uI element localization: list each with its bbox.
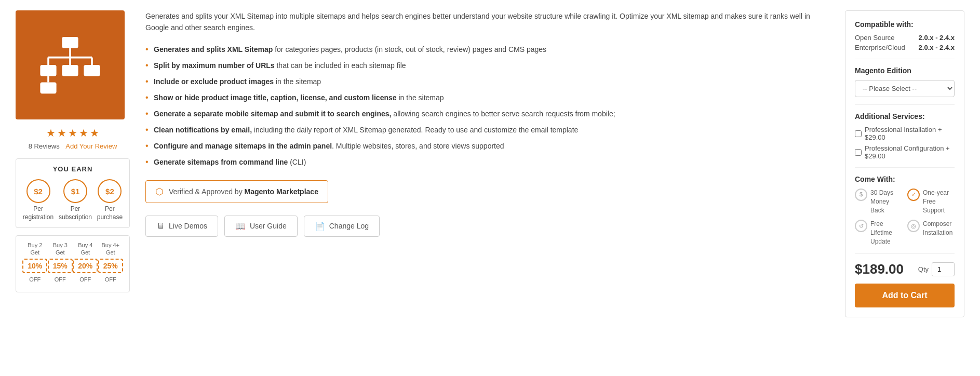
right-sidebar: Compatible with: Open Source 2.0.x - 2.4… bbox=[845, 10, 964, 317]
action-buttons: 🖥 Live Demos 📖 User Guide 📄 Change Log bbox=[145, 216, 819, 237]
price-value: $189.00 bbox=[855, 261, 904, 277]
review-count: 8 Reviews bbox=[29, 142, 60, 150]
service-item-configuration: Professional Configuration + $29.00 bbox=[855, 144, 955, 160]
feature-4-bold: Show or hide product image title, captio… bbox=[154, 93, 397, 102]
price-row: $189.00 Qty bbox=[855, 261, 955, 277]
earn-title: YOU EARN bbox=[22, 165, 123, 173]
open-source-label: Open Source bbox=[855, 34, 895, 42]
marketplace-name: Magento Marketplace bbox=[245, 187, 318, 196]
live-demos-button[interactable]: 🖥 Live Demos bbox=[145, 216, 218, 237]
add-review-link[interactable]: Add Your Review bbox=[65, 142, 117, 150]
earn-circle-1: $2 bbox=[26, 179, 50, 203]
star-5: ★ bbox=[90, 127, 99, 139]
feature-8-bold: Generate sitemaps from command line bbox=[154, 158, 288, 166]
compat-enterprise: Enterprise/Cloud 2.0.x - 2.4.x bbox=[855, 44, 955, 51]
bulk-buy-label-2: Buy 3 bbox=[53, 242, 68, 248]
earn-item-registration: $2 Perregistration bbox=[23, 179, 53, 221]
feature-7-rest: . Multiple websites, stores, and store v… bbox=[332, 142, 504, 150]
reviews-row: 8 Reviews Add Your Review bbox=[16, 142, 130, 150]
bulk-buy-label-1: Buy 2 bbox=[28, 242, 42, 248]
bulk-get-label-2: Get bbox=[56, 249, 65, 256]
bulk-buy-label-3: Buy 4 bbox=[78, 242, 92, 248]
edition-select[interactable]: -- Please Select -- Open Source Enterpri… bbox=[855, 80, 955, 97]
feature-7: Configure and manage sitemaps in the adm… bbox=[145, 141, 819, 152]
feature-8: Generate sitemaps from command line (CLI… bbox=[145, 157, 819, 168]
add-to-cart-button[interactable]: Add to Cart bbox=[855, 284, 955, 307]
open-source-version: 2.0.x - 2.4.x bbox=[919, 34, 955, 42]
svg-rect-0 bbox=[62, 37, 78, 48]
feature-5-bold: Generate a separate mobile sitemap and s… bbox=[154, 110, 391, 118]
feature-2-rest: that can be included in each sitemap fil… bbox=[275, 61, 406, 70]
divider-3 bbox=[855, 167, 955, 168]
feature-3-bold: Include or exclude product images bbox=[154, 77, 274, 86]
star-3: ★ bbox=[68, 127, 77, 139]
bulk-tier-2: Buy 3 Get 15% OFF bbox=[48, 242, 73, 283]
bulk-badge-3: 20% bbox=[73, 259, 98, 273]
free-support-text: One-yearFree Support bbox=[923, 189, 955, 214]
live-demos-label: Live Demos bbox=[169, 222, 207, 230]
money-back-text: 30 DaysMoney Back bbox=[870, 189, 902, 214]
earn-label-1: Perregistration bbox=[23, 205, 53, 221]
service-configuration-label: Professional Configuration + $29.00 bbox=[865, 144, 955, 160]
feature-5-rest: allowing search engines to better serve … bbox=[391, 110, 615, 118]
services-title: Additional Services: bbox=[855, 112, 955, 120]
service-installation-label: Professional Installation + $29.00 bbox=[865, 126, 955, 141]
divider-1 bbox=[855, 59, 955, 59]
free-support-icon: ✓ bbox=[907, 189, 920, 201]
money-back-icon: $ bbox=[855, 189, 867, 201]
change-log-button[interactable]: 📄 Change Log bbox=[304, 216, 380, 237]
qty-label: Qty bbox=[918, 265, 929, 273]
earn-circle-3: $2 bbox=[98, 179, 122, 203]
svg-rect-4 bbox=[40, 65, 56, 76]
middle-column: Generates and splits your XML Sitemap in… bbox=[145, 10, 829, 237]
qty-group: Qty bbox=[918, 262, 955, 276]
star-2: ★ bbox=[57, 127, 66, 139]
earn-label-2: Persubscription bbox=[59, 205, 92, 221]
svg-rect-6 bbox=[62, 65, 78, 76]
come-item-lifetime-update: ↺ Free LifetimeUpdate bbox=[855, 220, 902, 246]
composer-icon: ◎ bbox=[907, 220, 920, 232]
feature-1: Generates and splits XML Sitemap for cat… bbox=[145, 44, 819, 55]
bulk-badge-1: 10% bbox=[22, 259, 47, 273]
service-configuration-checkbox[interactable] bbox=[855, 149, 862, 156]
earn-item-purchase: $2 Perpurchase bbox=[97, 179, 123, 221]
feature-list: Generates and splits XML Sitemap for cat… bbox=[145, 44, 819, 168]
user-guide-button[interactable]: 📖 User Guide bbox=[224, 216, 298, 237]
earn-box: YOU EARN $2 Perregistration $1 Persubscr… bbox=[16, 158, 130, 228]
bulk-get-label-3: Get bbox=[80, 249, 90, 256]
bulk-badge-4: 25% bbox=[98, 259, 123, 273]
divider-4 bbox=[855, 253, 955, 254]
bulk-off-1: OFF bbox=[29, 276, 41, 283]
compat-open-source: Open Source 2.0.x - 2.4.x bbox=[855, 34, 955, 42]
earn-label-3: Perpurchase bbox=[97, 205, 123, 221]
service-installation-checkbox[interactable] bbox=[855, 130, 862, 137]
enterprise-label: Enterprise/Cloud bbox=[855, 44, 905, 51]
feature-6-rest: including the daily report of XML Sitema… bbox=[252, 126, 578, 134]
feature-6-bold: Clean notifications by email, bbox=[154, 126, 252, 134]
feature-3: Include or exclude product images in the… bbox=[145, 76, 819, 87]
divider-2 bbox=[855, 104, 955, 105]
bulk-discount-box: Buy 2 Get 10% OFF Buy 3 Get 15% OFF Buy … bbox=[16, 235, 130, 292]
come-item-money-back: $ 30 DaysMoney Back bbox=[855, 189, 902, 214]
earn-items: $2 Perregistration $1 Persubscription $2… bbox=[22, 179, 123, 221]
enterprise-version: 2.0.x - 2.4.x bbox=[919, 44, 955, 51]
bulk-badge-2: 15% bbox=[48, 259, 73, 273]
bulk-tier-3: Buy 4 Get 20% OFF bbox=[73, 242, 98, 283]
monitor-icon: 🖥 bbox=[156, 221, 165, 231]
svg-rect-8 bbox=[84, 65, 100, 76]
composer-text: ComposerInstallation bbox=[923, 220, 952, 237]
feature-4: Show or hide product image title, captio… bbox=[145, 92, 819, 103]
file-icon: 📄 bbox=[315, 221, 325, 231]
user-guide-label: User Guide bbox=[250, 222, 287, 230]
earn-item-subscription: $1 Persubscription bbox=[59, 179, 92, 221]
magento-icon: ⬡ bbox=[155, 186, 164, 197]
qty-input[interactable] bbox=[932, 262, 955, 276]
feature-1-rest: for categories pages, products (in stock… bbox=[273, 45, 546, 53]
bulk-tier-1: Buy 2 Get 10% OFF bbox=[22, 242, 47, 283]
sitemap-icon bbox=[39, 34, 101, 96]
compat-title: Compatible with: bbox=[855, 20, 955, 29]
lifetime-update-text: Free LifetimeUpdate bbox=[870, 220, 902, 246]
bulk-get-label-4: Get bbox=[106, 249, 115, 256]
bulk-buy-label-4: Buy 4+ bbox=[101, 242, 119, 248]
come-item-composer: ◎ ComposerInstallation bbox=[907, 220, 955, 246]
